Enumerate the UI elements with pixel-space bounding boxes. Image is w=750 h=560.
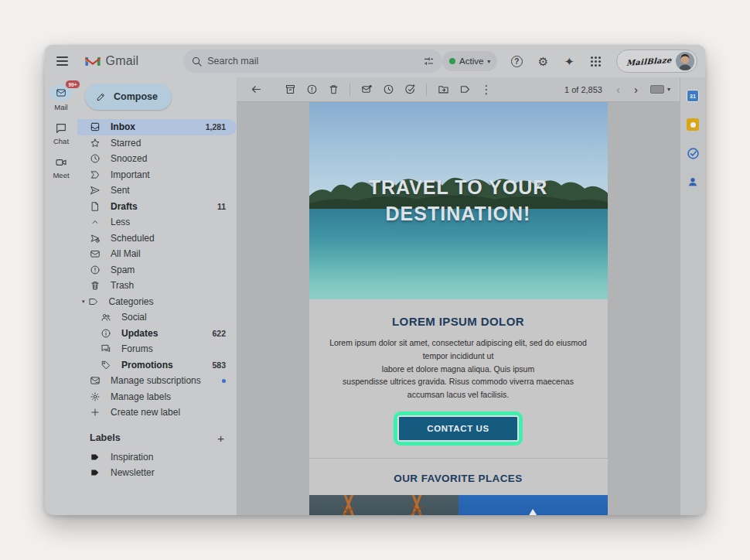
snooze-button[interactable] [378,80,398,100]
trash-icon [328,84,339,95]
older-button[interactable]: › [628,83,644,96]
sidebar-item-social[interactable]: Social [77,309,237,326]
help-button[interactable]: ? [505,50,528,73]
newer-button[interactable]: ‹ [610,83,626,96]
gear-icon: ⚙ [538,56,548,67]
sidebar-item-inbox[interactable]: Inbox 1,281 [77,119,237,135]
compose-button[interactable]: Compose [85,84,172,110]
sidebar-item-manage-subscriptions[interactable]: Manage subscriptions [77,373,237,389]
sidebar-item-categories[interactable]: ▾ Categories [77,294,237,310]
sidebar-item-manage-labels[interactable]: Manage labels [77,389,237,405]
sidebar-item-promotions[interactable]: Promotions 583 [77,357,237,374]
status-dot-icon [449,58,455,64]
hamburger-icon [56,56,68,66]
sidebar-item-forums[interactable]: Forums [77,341,237,357]
spam-icon [90,265,101,275]
toolbar-separator [426,84,427,96]
label-tag-icon [90,452,101,463]
more-options-button[interactable]: ⋮ [476,80,496,100]
gmail-window: Gmail Active ▾ ? ⚙ ✦ [45,45,705,515]
rail-chat-tab[interactable]: Chat [53,122,69,145]
account-button[interactable]: MailBlaze [616,50,697,73]
archive-icon [285,84,296,95]
places-heading: OUR FAVORITE PLACES [309,459,608,495]
toolbar-separator [349,84,350,96]
notification-dot [222,379,226,383]
important-marker-icon [90,169,101,180]
pagination-count: 1 of 2,853 [564,85,602,94]
keyboard-icon [650,85,664,94]
label-tag-icon [459,84,471,95]
status-selector[interactable]: Active ▾ [442,51,497,71]
topbar-actions: Active ▾ ? ⚙ ✦ [442,50,697,73]
search-bar[interactable] [183,50,442,73]
search-input[interactable] [207,56,418,67]
cta-highlight-annotation: CONTACT US [394,411,523,446]
folder-move-icon [438,84,449,95]
report-icon [306,84,318,95]
chevron-down-icon: ▾ [487,58,490,65]
unread-badge: 99+ [65,80,80,89]
google-apps-button[interactable] [584,50,607,73]
sidebar-item-snoozed[interactable]: Snoozed [77,151,237,167]
rail-meet-tab[interactable]: Meet [53,156,69,179]
search-filter-icon[interactable] [423,56,435,67]
archive-button[interactable] [280,80,300,100]
sidebar-item-all-mail[interactable]: All Mail [77,246,237,262]
sidebar: Compose Inbox 1,281 Starred Snoozed [77,77,237,515]
add-label-button[interactable]: + [217,432,224,445]
star-icon [90,138,101,149]
forum-bubbles-icon [101,343,111,354]
input-tools-button[interactable]: ▾ [650,85,670,94]
chevron-up-icon [90,217,101,227]
sidebar-label-newsletter[interactable]: Newsletter [77,465,237,481]
email-content-scroll[interactable]: TRAVEL TO YOUR DESTINATION! LOREM IPSUM … [237,102,680,515]
sidebar-item-starred[interactable]: Starred [77,135,237,152]
draft-file-icon [90,201,101,212]
sidebar-item-less[interactable]: Less [77,214,237,230]
rail-mail-tab[interactable]: 99+ Mail [49,85,73,111]
sidebar-item-spam[interactable]: Spam [77,262,237,278]
gemini-button[interactable]: ✦ [557,50,581,73]
gmail-m-icon [85,56,101,67]
sidebar-item-create-label[interactable]: Create new label [77,405,237,421]
tasks-icon[interactable] [687,147,700,160]
help-icon: ? [511,56,523,67]
sidebar-item-drafts[interactable]: Drafts 11 [77,199,237,215]
task-check-icon [404,84,416,95]
move-to-button[interactable] [433,80,453,100]
pagination: 1 of 2,853 ‹ › ▾ [564,83,670,96]
sidebar-item-important[interactable]: Important [77,167,237,183]
side-panel-rail: 31 [680,77,705,515]
keep-icon[interactable] [687,118,699,131]
more-vertical-icon: ⋮ [481,84,493,95]
settings-button[interactable]: ⚙ [531,50,554,73]
sidebar-item-scheduled[interactable]: Scheduled [77,230,237,247]
add-to-tasks-button[interactable] [400,80,420,100]
info-icon [101,328,111,339]
top-bar: Gmail Active ▾ ? ⚙ ✦ [45,45,705,77]
video-camera-icon [55,156,67,169]
chevron-down-icon: ▾ [667,86,670,93]
sidebar-item-sent[interactable]: Sent [77,183,237,199]
sidebar-item-updates[interactable]: Updates 622 [77,326,237,342]
main-menu-button[interactable] [51,50,74,73]
calendar-icon[interactable]: 31 [687,90,699,102]
intro-heading: LOREM IPSUM DOLOR [323,315,594,328]
expand-caret-icon[interactable]: ▾ [82,299,85,305]
sidebar-label-inspiration[interactable]: Inspiration [77,449,237,466]
gmail-logo[interactable]: Gmail [85,54,139,68]
pencil-icon [96,91,107,102]
hero-title: TRAVEL TO YOUR DESTINATION! [309,175,608,227]
mark-unread-button[interactable] [356,80,377,100]
labels-button[interactable] [455,80,475,100]
contact-us-button[interactable]: CONTACT US [397,415,519,442]
chat-icon [55,122,67,135]
report-spam-button[interactable] [302,80,322,100]
sidebar-item-trash[interactable]: Trash [77,278,237,294]
back-button[interactable] [246,80,266,100]
inbox-icon [90,121,101,132]
delete-button[interactable] [323,80,343,100]
sparkle-icon: ✦ [564,56,574,67]
contacts-icon[interactable] [687,176,698,187]
